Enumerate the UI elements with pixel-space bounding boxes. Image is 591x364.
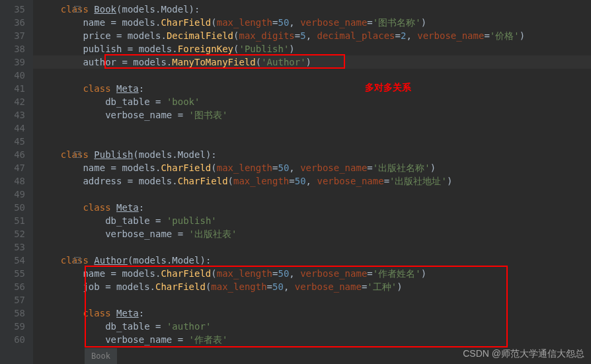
line-number[interactable]: 42 xyxy=(5,95,25,108)
code-line[interactable]: db_table = 'author' xyxy=(33,320,591,333)
line-number[interactable]: 41 xyxy=(5,82,25,95)
code-line[interactable]: db_table = 'book' xyxy=(33,95,591,108)
line-number[interactable]: 51 xyxy=(5,214,25,227)
line-number[interactable]: 36 xyxy=(5,16,25,29)
line-number[interactable]: 39 xyxy=(5,55,25,69)
annotation-label: 多对多关系 xyxy=(365,81,411,94)
line-number[interactable]: 43 xyxy=(5,108,25,122)
code-line[interactable]: price = models.DecimalField(max_digits=5… xyxy=(33,29,591,42)
line-number[interactable]: 50 xyxy=(5,201,25,214)
code-line-highlighted[interactable]: author = models.ManyToManyField('Author'… xyxy=(33,55,591,69)
code-line[interactable]: job = models.CharField(max_length=50, ve… xyxy=(33,280,591,293)
code-line[interactable]: verbose_name = '出版社表' xyxy=(33,227,591,240)
line-number[interactable]: 40 xyxy=(5,69,25,82)
code-line[interactable] xyxy=(33,122,591,135)
line-number[interactable]: 55 xyxy=(5,267,25,280)
line-number-gutter[interactable]: 3536373839404142434445464748495051525354… xyxy=(0,0,33,364)
line-number[interactable]: 48 xyxy=(5,174,25,188)
code-line[interactable]: class Meta: xyxy=(33,82,591,95)
code-line[interactable]: class Author(models.Model):- xyxy=(33,254,591,267)
code-line[interactable] xyxy=(33,135,591,148)
code-line[interactable]: name = models.CharField(max_length=50, v… xyxy=(33,267,591,280)
line-number[interactable]: 49 xyxy=(5,188,25,201)
line-number[interactable]: 52 xyxy=(5,227,25,240)
line-number[interactable]: 60 xyxy=(5,333,25,346)
code-line[interactable]: class Book(models.Model):- xyxy=(33,3,591,16)
breadcrumb[interactable]: Book xyxy=(85,348,117,364)
code-line[interactable]: publish = models.ForeignKey('Publish') xyxy=(33,42,591,55)
code-line[interactable] xyxy=(33,293,591,307)
code-line[interactable]: class Meta: xyxy=(33,201,591,214)
code-line[interactable]: class Meta: xyxy=(33,307,591,320)
code-line[interactable]: address = models.CharField(max_length=50… xyxy=(33,174,591,188)
fold-icon[interactable]: - xyxy=(74,257,81,264)
code-line[interactable]: verbose_name = '作者表' xyxy=(33,333,591,346)
line-number[interactable]: 58 xyxy=(5,307,25,320)
fold-icon[interactable]: - xyxy=(74,6,81,13)
line-number[interactable]: 44 xyxy=(5,122,25,135)
code-line[interactable]: verbose_name = '图书表' xyxy=(33,108,591,122)
line-number[interactable]: 45 xyxy=(5,135,25,148)
line-number[interactable]: 35 xyxy=(5,3,25,16)
code-line[interactable]: name = models.CharField(max_length=50, v… xyxy=(33,161,591,174)
watermark: CSDN @师范大学通信大怨总 xyxy=(463,348,584,360)
line-number[interactable]: 59 xyxy=(5,320,25,333)
line-number[interactable]: 38 xyxy=(5,42,25,55)
line-number[interactable]: 37 xyxy=(5,29,25,42)
code-editor: 3536373839404142434445464748495051525354… xyxy=(0,0,591,364)
line-number[interactable]: 47 xyxy=(5,161,25,174)
line-number[interactable]: 53 xyxy=(5,240,25,254)
code-line[interactable] xyxy=(33,188,591,201)
code-line[interactable] xyxy=(33,240,591,254)
line-number[interactable]: 54 xyxy=(5,254,25,267)
code-line[interactable]: name = models.CharField(max_length=50, v… xyxy=(33,16,591,29)
code-line[interactable]: class Publish(models.Model):- xyxy=(33,148,591,161)
code-area[interactable]: class Book(models.Model):- name = models… xyxy=(33,0,591,364)
line-number[interactable]: 57 xyxy=(5,293,25,307)
code-line[interactable]: db_table = 'publish' xyxy=(33,214,591,227)
code-line[interactable] xyxy=(33,69,591,82)
line-number[interactable]: 46 xyxy=(5,148,25,161)
line-number[interactable]: 56 xyxy=(5,280,25,293)
fold-icon[interactable]: - xyxy=(74,151,81,158)
